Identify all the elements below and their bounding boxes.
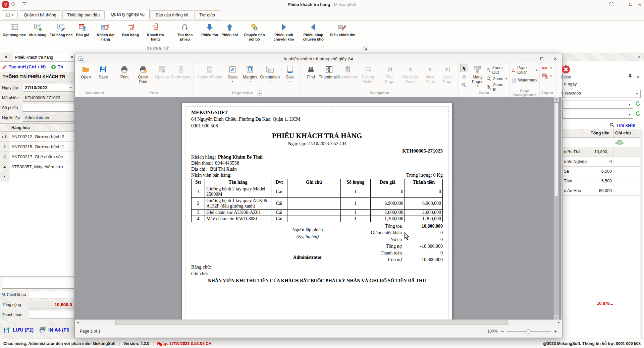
grid-row[interactable]: 2 ANT00215, Giường bệnh 1 <box>0 142 76 152</box>
zoom-slider-knob[interactable] <box>526 329 531 334</box>
tab-quan-ly-nghiep-vu[interactable]: Quản lý nghiệp vụ <box>106 9 150 19</box>
chevron-down-icon[interactable]: ▼ <box>69 86 72 89</box>
ribbon-button-khach-dat-hang[interactable]: Khách đặt hàng <box>91 21 120 42</box>
ribbon-button-phieu-chi[interactable]: Phiếu chi <box>220 21 239 37</box>
preview-vertical-scrollbar[interactable]: ▲ ▼ <box>553 97 559 320</box>
zoom-minus-button[interactable]: − <box>501 329 504 334</box>
ribbon-button-phieu-thu[interactable]: Phiếu thu <box>200 21 220 37</box>
tab-close-icon[interactable]: ✕ <box>70 55 73 59</box>
panel-close-x-icon[interactable]: ✕ <box>637 75 640 79</box>
result-row[interactable]: Sa 6,500 <box>562 167 640 176</box>
find-button[interactable]: Find <box>302 63 320 80</box>
add-link-partial[interactable]: Th <box>51 64 63 69</box>
ribbon-collapse-icon[interactable]: ◢ <box>363 46 368 51</box>
pin-icon[interactable] <box>628 74 632 80</box>
ribbon-button-chuyen-tien-noi-bo[interactable]: €$ Chuyển tiền nội bộ <box>239 21 269 42</box>
result-row[interactable]: n An Hòa 65,000 <box>562 186 640 196</box>
grid-header-name[interactable] <box>562 129 589 137</box>
create-new-link[interactable]: Tạo mới (Ctrl + N) <box>2 64 46 69</box>
dialog-close-button[interactable]: ✕ <box>553 56 557 61</box>
field-so-phieu[interactable] <box>23 104 74 112</box>
search-button[interactable]: Tìm kiếm <box>604 121 641 129</box>
panel-close-icon[interactable]: ✕ <box>638 55 641 59</box>
application-menu-button[interactable]: ▾ <box>2 10 18 19</box>
close-preview-button[interactable]: Close <box>557 63 575 80</box>
open-button[interactable]: Open <box>77 63 95 80</box>
page-setup-launcher-icon[interactable]: ◢ <box>257 91 262 96</box>
export-pdf-button[interactable]: PDF ▼ <box>541 65 552 71</box>
page-color-button[interactable]: Page Color ▼ <box>511 65 537 75</box>
dialog-minimize-button[interactable]: — <box>526 56 530 61</box>
magnifier-tool-button[interactable] <box>460 81 468 89</box>
ribbon-button-tra-hang-ncc[interactable]: Trả hàng ncc <box>48 21 74 37</box>
refresh-icon[interactable] <box>635 111 641 117</box>
tab-phieu-khach-tra-hang[interactable]: Phiếu khách trả hàng ✕ <box>12 53 76 61</box>
tab-thiet-lap-ban-dau[interactable]: Thiết lập ban đầu <box>62 10 105 19</box>
ribbon-button-thu-theo-phieu[interactable]: Thu theo phiếu <box>170 21 200 42</box>
field-ma-phieu[interactable]: KTH00005-271023 <box>23 94 74 102</box>
ribbon-button-bao-gia[interactable]: Báo giá <box>74 21 91 37</box>
grid-header-ghi-chu[interactable]: Ghi chú <box>613 129 640 137</box>
ribbon-button-phieu-nhap-chuyen-kho[interactable]: Phiếu nhập chuyển kho <box>299 21 328 42</box>
grid-filter-row[interactable]: = aBc <box>562 138 640 147</box>
refresh-icon[interactable] <box>635 101 641 107</box>
field-chiet-khau[interactable] <box>29 291 74 298</box>
export-pdf-email-button[interactable]: PDF ▼ <box>541 73 552 79</box>
zoom-plus-button[interactable]: + <box>554 329 557 334</box>
grid-row[interactable]: ▸1 ANT00212, Giường bệnh 2 <box>0 132 76 142</box>
print-button[interactable]: Print <box>116 63 133 80</box>
tab-close-all-button[interactable]: ✕ <box>0 53 12 61</box>
filter-combo-2[interactable]: ▼ <box>562 111 633 119</box>
chevron-down-icon[interactable]: ▼ <box>628 103 631 106</box>
note-input[interactable] <box>2 278 74 289</box>
ribbon-button-ban-hang[interactable]: Bán hàng <box>120 21 141 37</box>
preview-horizontal-scrollbar[interactable]: ◀ ▶ <box>75 320 561 325</box>
customize-toolbar-icon[interactable] <box>22 2 26 6</box>
zoom-out-button[interactable]: Zoom Out <box>486 65 508 75</box>
many-pages-button[interactable]: Many Pages ▼ <box>469 63 486 88</box>
tab-tro-giup[interactable]: Trợ giúp <box>194 10 220 19</box>
watermark-button[interactable]: Watermark <box>511 77 537 83</box>
grid-new-row[interactable]: * <box>0 172 76 182</box>
grid-row[interactable]: 3 ANT00217, Ghế chăm sóc . <box>0 152 76 162</box>
result-row[interactable]: n Bs Nghiệp 0 <box>562 157 640 167</box>
close-button[interactable]: ✕ <box>638 2 641 7</box>
ribbon-button-khach-tra-hang[interactable]: Khách trả hàng <box>141 21 170 42</box>
date-picker-ngay-lap[interactable]: 27/10/2023 ▼ <box>23 84 74 92</box>
focus-mode-icon[interactable] <box>609 2 613 7</box>
save-button[interactable]: Save <box>95 63 112 80</box>
panel-scrollbar[interactable] <box>640 129 643 339</box>
ribbon-button-mua-hang[interactable]: Mua hàng <box>28 21 48 37</box>
pointer-tool-button[interactable] <box>460 64 468 72</box>
quick-print-button[interactable]: Quick Print <box>133 63 153 84</box>
ribbon-button-dieu-chinh-ton[interactable]: ab Điều chỉnh tồn <box>328 21 357 37</box>
quick-access-circle-icon[interactable] <box>11 2 16 6</box>
tab-bao-cao-thong-ke[interactable]: Báo cáo thống kê <box>151 10 193 19</box>
save-button[interactable]: LƯU (F2) <box>3 326 34 334</box>
zoom-button[interactable]: Zoom ▼ <box>486 76 508 81</box>
print-a4-button[interactable]: ? IN A4 (F6 <box>39 326 69 334</box>
chevron-down-icon[interactable]: ▼ <box>636 93 638 96</box>
zoom-slider[interactable] <box>507 331 551 332</box>
hand-tool-button[interactable] <box>460 72 468 80</box>
filter-combo-1[interactable]: ▼ <box>562 101 633 109</box>
result-row[interactable]: Tám 6,500 <box>562 176 640 186</box>
ribbon-button-dat-hang-ncc[interactable]: Đặt hàng ncc <box>1 21 28 37</box>
minimize-button[interactable]: — <box>619 2 623 7</box>
scale-button[interactable]: Scale ▼ <box>224 63 241 83</box>
result-row[interactable]: n Bs Thái 10,800,... <box>562 147 640 157</box>
maximize-button[interactable] <box>629 2 632 7</box>
grid-row[interactable]: 4 ATB00357, Máy châm cứu <box>0 162 76 172</box>
field-nguoi-lap[interactable]: Administrator <box>23 114 74 122</box>
dialog-maximize-button[interactable] <box>540 56 543 61</box>
thumbnails-button[interactable]: Thumbnails <box>320 63 339 80</box>
size-button[interactable]: Size ▼ <box>281 63 299 83</box>
tab-quan-tri-he-thong[interactable]: Quản trị hệ thống <box>19 10 61 19</box>
chevron-down-icon[interactable]: ▼ <box>628 113 631 116</box>
field-thanh-toan[interactable] <box>29 311 74 318</box>
margins-button[interactable]: Margins ▼ <box>241 63 259 83</box>
ribbon-button-phieu-xuat-chuyen-kho[interactable]: Phiếu xuất chuyển kho <box>269 21 299 42</box>
orientation-button[interactable]: Orientation ▼ <box>259 63 281 83</box>
preview-surface[interactable]: MEKONGSOFT 64 Nguyễn Đình Chiểu, Phường … <box>75 97 561 320</box>
grid-header-tong-tien[interactable]: Tổng tiền <box>589 129 613 137</box>
